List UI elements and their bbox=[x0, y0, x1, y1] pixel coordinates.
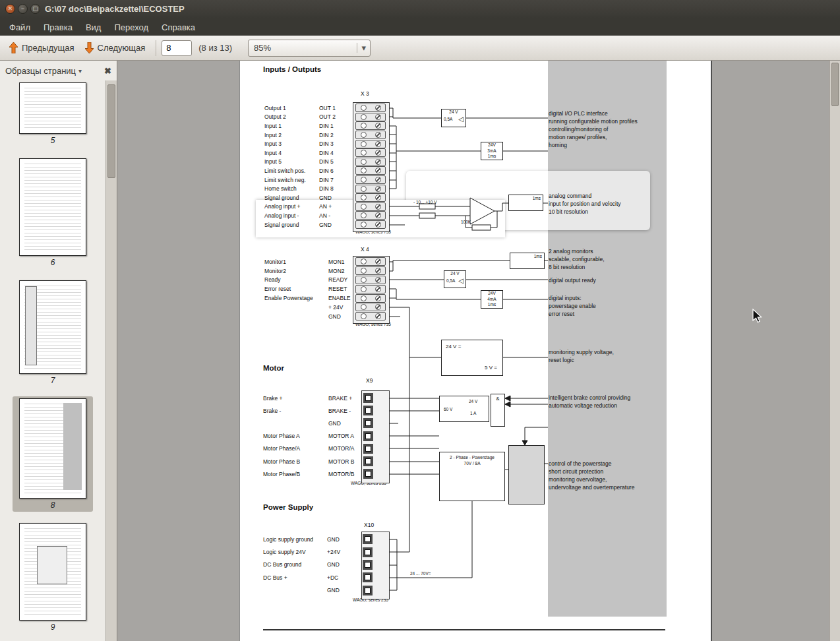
window-maximize-button[interactable]: ▢ bbox=[30, 4, 40, 14]
section-heading-motor: Motor bbox=[263, 364, 284, 372]
thumbnail-sketch bbox=[24, 164, 81, 251]
thumbnail-image[interactable] bbox=[19, 280, 86, 374]
powerstage-label-2: 70V / 8A bbox=[440, 461, 504, 467]
pin-label: DIN 3 bbox=[319, 140, 355, 147]
terminal-icon bbox=[355, 131, 386, 139]
pin-label: MON2 bbox=[328, 268, 355, 274]
menu-item[interactable]: Вид bbox=[79, 20, 108, 35]
note-monitors: 2 analog monitorsscalable, configurable,… bbox=[549, 247, 605, 271]
next-page-button[interactable]: Следующая bbox=[80, 40, 151, 56]
signal-label: Monitor1 bbox=[264, 259, 328, 265]
connector-row: Output 2 OUT 2 bbox=[264, 113, 393, 122]
fuse-current: 0,5A bbox=[446, 278, 455, 283]
thumbnail-image[interactable] bbox=[19, 398, 86, 499]
thumbnail-page-number: 7 bbox=[13, 376, 93, 385]
page-right-edge bbox=[711, 61, 712, 641]
sidebar-header: Образцы страниц ▾ ✖ bbox=[0, 61, 117, 80]
caret-down-icon[interactable]: ▾ bbox=[78, 67, 82, 75]
connector-row: DC Bus ground GND bbox=[263, 559, 392, 571]
page-thumbnail[interactable]: 8 bbox=[13, 396, 93, 512]
toolbar: Предыдущая Следующая (8 из 13) 85% ▾ bbox=[0, 36, 840, 61]
thumbnail-sketch bbox=[24, 528, 81, 615]
terminal-icon bbox=[355, 276, 386, 284]
pin-label: GND bbox=[327, 561, 363, 568]
connector-row: Logic supply ground GND bbox=[263, 533, 392, 545]
fuse-voltage: 24 V bbox=[442, 109, 465, 115]
note-line: reset logic bbox=[549, 356, 614, 364]
pin-label: DIN 8 bbox=[319, 185, 355, 192]
analog-range-label: - 10... +10 V bbox=[413, 200, 437, 204]
page-thumbnail[interactable]: 9 bbox=[13, 521, 93, 634]
pin-label: DIN 4 bbox=[319, 150, 355, 156]
sidebar-scrollbar-thumb[interactable] bbox=[107, 84, 115, 178]
terminal-icon bbox=[355, 220, 386, 229]
sidebar-title[interactable]: Образцы страниц bbox=[5, 66, 76, 76]
terminal-icon bbox=[355, 211, 386, 220]
note-line: short circuit protection bbox=[549, 468, 634, 475]
pin-label: MOTOR A bbox=[328, 433, 363, 439]
page-number-input[interactable] bbox=[162, 40, 192, 56]
signal-label: Signal ground bbox=[264, 222, 319, 228]
connector-row: Home switch DIN 8 bbox=[264, 184, 393, 193]
note-line: undervoltage and overtemperature bbox=[549, 483, 634, 491]
terminal-icon bbox=[355, 303, 386, 311]
menu-item[interactable]: Справка bbox=[155, 20, 202, 35]
close-sidebar-icon[interactable]: ✖ bbox=[104, 66, 111, 76]
connector-row: Logic supply 24V +24V bbox=[263, 545, 392, 558]
document-scrollbar-thumb[interactable] bbox=[831, 63, 839, 106]
connector-row: + 24V bbox=[264, 303, 393, 312]
thumbnail-image[interactable] bbox=[19, 82, 86, 134]
pin-label: GND bbox=[319, 195, 355, 201]
note-line: digital inputs: bbox=[549, 294, 596, 302]
terminal-icon bbox=[355, 175, 386, 184]
connector-row: Analog input + AN + bbox=[264, 202, 393, 212]
signal-label: Input 4 bbox=[264, 150, 319, 156]
zoom-select[interactable]: 85% ▾ bbox=[248, 40, 371, 57]
note-line: controlling/monitoring of bbox=[549, 125, 638, 133]
previous-page-button[interactable]: Предыдущая bbox=[4, 40, 80, 56]
terminal-icon bbox=[355, 104, 386, 112]
combo-caret-icon: ▾ bbox=[357, 43, 366, 53]
page-thumbnail[interactable]: 5 bbox=[13, 80, 93, 147]
connector-row: Brake - BRAKE - bbox=[263, 404, 392, 417]
window-close-button[interactable]: ✕ bbox=[5, 4, 15, 14]
note-line: 10 bit resolution bbox=[549, 208, 621, 216]
connector-row: Signal ground GND bbox=[264, 193, 393, 202]
connector-row: Limit switch pos. DIN 6 bbox=[264, 166, 393, 175]
page-thumbnail[interactable]: 7 bbox=[13, 278, 93, 387]
thumbnail-page-number: 6 bbox=[13, 258, 93, 267]
signal-label: Input 5 bbox=[264, 158, 319, 165]
menu-item[interactable]: Переход bbox=[107, 20, 155, 35]
connector-row: Input 1 DIN 1 bbox=[264, 121, 393, 131]
note-line: running configurable motion profiles bbox=[549, 117, 638, 125]
powerstage-box: 2 - Phase - Powerstage 70V / 8A bbox=[439, 452, 505, 501]
page-footer-rule bbox=[263, 629, 665, 630]
application-window: ✕ − ▢ G:\07 doc\Beipackzettel\ECOSTEP Фа… bbox=[0, 0, 840, 641]
signal-label: Monitor2 bbox=[264, 268, 328, 274]
signal-label: Analog input + bbox=[264, 203, 319, 210]
toolbar-separator bbox=[156, 40, 156, 56]
thumbnail-image[interactable] bbox=[19, 158, 86, 256]
section-heading-power: Power Supply bbox=[263, 503, 313, 511]
note-line: homing bbox=[549, 141, 638, 149]
pin-label: GND bbox=[327, 536, 363, 543]
next-page-label: Следующая bbox=[98, 43, 146, 53]
note-line: error reset bbox=[549, 310, 596, 318]
filter-line: 24V bbox=[481, 291, 502, 297]
note-line: 8 bit resolution bbox=[549, 263, 605, 271]
converter-input-label: 24 V = bbox=[446, 344, 461, 350]
sidebar-scrollbar[interactable] bbox=[105, 80, 117, 641]
terminal-icon bbox=[363, 586, 373, 595]
thumbnail-image[interactable] bbox=[19, 523, 86, 621]
connector-row: Brake + BRAKE + bbox=[263, 392, 392, 404]
signal-label: Motor Phase A bbox=[263, 433, 328, 439]
page-thumbnail[interactable]: 6 bbox=[13, 156, 93, 269]
pin-label: READY bbox=[328, 276, 355, 283]
menu-item[interactable]: Правка bbox=[37, 20, 79, 35]
menu-item[interactable]: Файл bbox=[3, 20, 37, 35]
terminal-icon bbox=[363, 534, 373, 544]
control-logic-box bbox=[508, 445, 545, 504]
previous-page-label: Предыдущая bbox=[22, 43, 75, 53]
document-scrollbar[interactable] bbox=[829, 61, 840, 641]
window-minimize-button[interactable]: − bbox=[18, 4, 28, 14]
